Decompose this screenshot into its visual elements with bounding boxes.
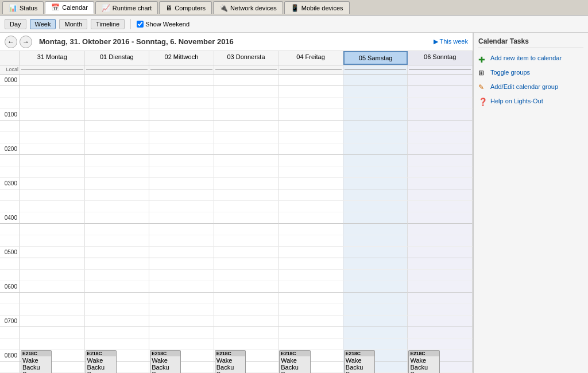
day-cell-h5-s2-d2[interactable] [149,270,214,281]
day-cell-h7-s2-d2[interactable] [149,339,214,350]
day-cell-h7-s2-d4[interactable] [278,339,343,350]
day-cell-h1-s0-d3[interactable] [214,109,279,121]
day-cell-h5-s1-d3[interactable] [214,258,279,270]
day-cell-h4-s0-d1[interactable] [85,212,150,224]
day-cell-h6-s2-d0[interactable] [20,304,85,316]
day-cell-h1-s1-d2[interactable] [149,121,214,132]
day-cell-h3-s0-d6[interactable] [408,178,473,189]
day-cell-h1-s0-d1[interactable] [85,109,150,121]
day-cell-h1-s1-d5[interactable] [343,121,408,132]
day-cell-h6-s2-d5[interactable] [343,304,408,316]
tab-runtime[interactable]: 📈 Runtime chart [95,1,158,14]
day-cell-h5-s2-d4[interactable] [278,270,343,281]
day-cell-h7-s1-d0[interactable] [20,327,85,339]
day-cell-h3-s2-d0[interactable] [20,201,85,212]
day-cell-h4-s0-d0[interactable] [20,212,85,224]
day-cell-h3-s2-d5[interactable] [343,201,408,212]
day-cell-h2-s1-d6[interactable] [408,155,473,166]
day-cell-h0-s2-d2[interactable] [149,98,214,109]
day-cell-h6-s0-d2[interactable] [149,281,214,293]
day-cell-h0-s1-d1[interactable] [85,86,150,98]
day-cell-h4-s2-d2[interactable] [149,235,214,247]
day-cell-h6-s0-d3[interactable] [214,281,279,293]
day-cell-h2-s1-d5[interactable] [343,155,408,166]
day-cell-h2-s1-d4[interactable] [278,155,343,166]
day-cell-h2-s0-d3[interactable] [214,143,279,155]
day-cell-h3-s1-d5[interactable] [343,189,408,201]
cal-event-8[interactable]: E218CWakeBackuSaveenerg08:00 ↺ [279,350,310,373]
day-cell-h7-s1-d4[interactable] [278,327,343,339]
cal-event-2[interactable]: E218CWakeBackuSaveenerg08:00 ↺ [86,350,117,373]
day-cell-h6-s1-d4[interactable] [278,293,343,304]
day-cell-h4-s1-d6[interactable] [408,224,473,235]
day-cell-h2-s0-d4[interactable] [278,143,343,155]
day-cell-h3-s0-d0[interactable] [20,178,85,189]
day-cell-h0-s0-d6[interactable] [408,75,473,86]
day-cell-h6-s2-d6[interactable] [408,304,473,316]
day-cell-h2-s2-d2[interactable] [149,166,214,178]
day-cell-h7-s2-d0[interactable] [20,339,85,350]
tab-computers[interactable]: 🖥 Computers [159,1,212,14]
day-cell-h7-s0-d4[interactable] [278,316,343,327]
day-cell-h1-s1-d1[interactable] [85,121,150,132]
day-cell-h1-s1-d3[interactable] [214,121,279,132]
day-cell-h7-s1-d6[interactable] [408,327,473,339]
day-cell-h5-s0-d6[interactable] [408,247,473,258]
day-cell-h2-s2-d0[interactable] [20,166,85,178]
day-cell-h6-s1-d2[interactable] [149,293,214,304]
day-cell-h2-s2-d5[interactable] [343,166,408,178]
day-cell-h0-s1-d5[interactable] [343,86,408,98]
day-cell-h3-s2-d6[interactable] [408,201,473,212]
cal-event-4[interactable]: E218CWakeBackuSaveenerg08:00 ↺ [150,350,181,373]
sidebar-item-toggle[interactable]: ⊞ Toggle groups [478,68,583,78]
day-cell-h3-s1-d0[interactable] [20,189,85,201]
day-cell-h2-s2-d3[interactable] [214,166,279,178]
day-cell-h1-s0-d6[interactable] [408,109,473,121]
day-cell-h3-s1-d4[interactable] [278,189,343,201]
day-cell-h4-s2-d0[interactable] [20,235,85,247]
day-cell-h7-s2-d5[interactable] [343,339,408,350]
day-cell-h1-s2-d2[interactable] [149,132,214,143]
day-cell-h0-s2-d5[interactable] [343,98,408,109]
day-cell-h0-s2-d6[interactable] [408,98,473,109]
show-weekend-checkbox[interactable] [137,21,144,28]
day-cell-h1-s2-d4[interactable] [278,132,343,143]
day-cell-h0-s2-d4[interactable] [278,98,343,109]
day-cell-h6-s1-d1[interactable] [85,293,150,304]
day-cell-h6-s0-d6[interactable] [408,281,473,293]
day-cell-h1-s2-d1[interactable] [85,132,150,143]
day-cell-h3-s0-d5[interactable] [343,178,408,189]
day-cell-h7-s2-d1[interactable] [85,339,150,350]
day-cell-h4-s0-d5[interactable] [343,212,408,224]
cal-event-10[interactable]: E218CWakeBackuSaveenerg08:00 ↺ [344,350,375,373]
day-cell-h6-s0-d4[interactable] [278,281,343,293]
day-cell-h2-s1-d3[interactable] [214,155,279,166]
day-cell-h0-s0-d0[interactable] [20,75,85,86]
day-cell-h0-s0-d4[interactable] [278,75,343,86]
day-cell-h5-s1-d2[interactable] [149,258,214,270]
day-cell-h0-s0-d1[interactable] [85,75,150,86]
day-cell-h6-s2-d2[interactable] [149,304,214,316]
day-cell-h1-s1-d6[interactable] [408,121,473,132]
day-cell-h0-s1-d2[interactable] [149,86,214,98]
sidebar-item-add[interactable]: ✚ Add new item to calendar [478,54,583,64]
day-cell-h6-s2-d4[interactable] [278,304,343,316]
prev-arrow[interactable]: ← [5,36,17,48]
day-cell-h2-s2-d4[interactable] [278,166,343,178]
day-cell-h2-s0-d5[interactable] [343,143,408,155]
day-cell-h4-s2-d1[interactable] [85,235,150,247]
day-cell-h0-s0-d5[interactable] [343,75,408,86]
day-cell-h0-s1-d6[interactable] [408,86,473,98]
day-cell-h7-s1-d5[interactable] [343,327,408,339]
this-week-button[interactable]: This week [434,38,468,45]
tab-status[interactable]: 📊 Status [2,1,44,14]
day-cell-h4-s1-d1[interactable] [85,224,150,235]
day-cell-h5-s1-d6[interactable] [408,258,473,270]
day-cell-h4-s1-d2[interactable] [149,224,214,235]
day-cell-h6-s1-d5[interactable] [343,293,408,304]
cal-event-0[interactable]: E218CWakeBackuSaveenerg08:00 ↺ [21,350,52,373]
day-cell-h5-s0-d5[interactable] [343,247,408,258]
day-cell-h6-s0-d0[interactable] [20,281,85,293]
day-cell-h5-s2-d3[interactable] [214,270,279,281]
day-cell-h5-s1-d5[interactable] [343,258,408,270]
